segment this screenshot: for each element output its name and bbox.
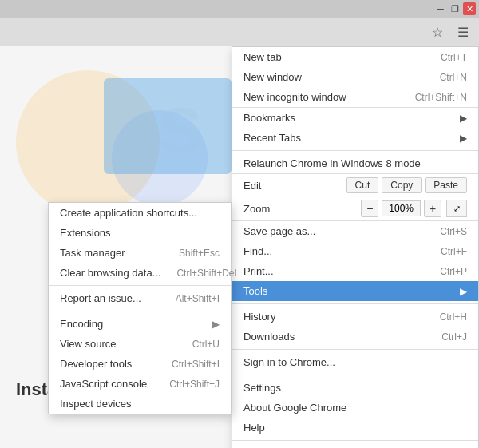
submenu-encoding[interactable]: Encoding ▶ bbox=[49, 314, 231, 334]
menu-item-exit[interactable]: Exit Ctrl+Shift+Q bbox=[232, 443, 478, 448]
menu-divider-3 bbox=[232, 349, 478, 350]
menu-item-downloads[interactable]: Downloads Ctrl+J bbox=[232, 327, 478, 347]
submenu-developer-tools[interactable]: Developer tools Ctrl+Shift+I bbox=[49, 354, 231, 374]
device-mockup bbox=[104, 78, 232, 174]
submenu-task-manager[interactable]: Task manager Shift+Esc bbox=[49, 243, 231, 263]
menu-divider-4 bbox=[232, 375, 478, 375]
arrow-icon: ▶ bbox=[460, 113, 467, 124]
arrow-icon: ▶ bbox=[460, 133, 467, 144]
menu-item-save-page[interactable]: Save page as... Ctrl+S bbox=[232, 220, 478, 241]
submenu-create-shortcuts[interactable]: Create application shortcuts... bbox=[49, 203, 231, 223]
menu-item-print[interactable]: Print... Ctrl+P bbox=[232, 261, 478, 281]
submenu-divider-2 bbox=[49, 311, 231, 311]
tools-submenu: Create application shortcuts... Extensio… bbox=[48, 202, 232, 414]
menu-item-tools[interactable]: Tools ▶ bbox=[232, 281, 478, 301]
browser-content: S Insta Share New tab Ctrl+T New window … bbox=[0, 46, 479, 448]
title-bar: ─ ❐ ✕ bbox=[0, 0, 479, 18]
menu-divider-5 bbox=[232, 440, 478, 441]
cut-button[interactable]: Cut bbox=[346, 177, 379, 193]
arrow-icon: ▶ bbox=[460, 286, 467, 297]
menu-item-help[interactable]: Help bbox=[232, 418, 478, 438]
menu-item-recent-tabs[interactable]: Recent Tabs ▶ bbox=[232, 128, 478, 148]
submenu-report-issue[interactable]: Report an issue... Alt+Shift+I bbox=[49, 288, 231, 308]
edit-row: Edit Cut Copy Paste bbox=[232, 173, 478, 196]
chrome-menu-icon[interactable]: ☰ bbox=[452, 21, 474, 43]
menu-divider bbox=[232, 150, 478, 151]
paste-button[interactable]: Paste bbox=[425, 177, 467, 193]
menu-item-history[interactable]: History Ctrl+H bbox=[232, 307, 478, 327]
main-menu: New tab Ctrl+T New window Ctrl+N New inc… bbox=[232, 46, 479, 448]
menu-divider-2 bbox=[232, 303, 478, 304]
nav-bar: ☆ ☰ bbox=[0, 18, 479, 46]
menu-item-find[interactable]: Find... Ctrl+F bbox=[232, 241, 478, 261]
zoom-in-button[interactable]: + bbox=[424, 200, 441, 217]
maximize-button[interactable]: ❐ bbox=[449, 2, 461, 15]
menu-item-new-tab[interactable]: New tab Ctrl+T bbox=[232, 47, 478, 67]
menu-item-new-window[interactable]: New window Ctrl+N bbox=[232, 67, 478, 87]
menu-item-relaunch[interactable]: Relaunch Chrome in Windows 8 mode bbox=[232, 153, 478, 173]
submenu-inspect-devices[interactable]: Inspect devices bbox=[49, 394, 231, 414]
submenu-clear-browsing[interactable]: Clear browsing data... Ctrl+Shift+Del bbox=[49, 263, 231, 283]
submenu-divider bbox=[49, 285, 231, 286]
submenu-view-source[interactable]: View source Ctrl+U bbox=[49, 334, 231, 354]
submenu-js-console[interactable]: JavaScript console Ctrl+Shift+J bbox=[49, 374, 231, 394]
close-button[interactable]: ✕ bbox=[463, 2, 476, 15]
copy-button[interactable]: Copy bbox=[382, 177, 422, 193]
zoom-out-button[interactable]: − bbox=[361, 200, 378, 217]
minimize-button[interactable]: ─ bbox=[434, 2, 447, 15]
submenu-extensions[interactable]: Extensions bbox=[49, 223, 231, 243]
menu-item-settings[interactable]: Settings bbox=[232, 378, 478, 398]
menu-item-about[interactable]: About Google Chrome bbox=[232, 398, 478, 418]
menu-item-sign-in[interactable]: Sign in to Chrome... bbox=[232, 352, 478, 372]
fullscreen-button[interactable]: ⤢ bbox=[446, 200, 467, 217]
menu-item-bookmarks[interactable]: Bookmarks ▶ bbox=[232, 107, 478, 128]
menu-item-new-incognito[interactable]: New incognito window Ctrl+Shift+N bbox=[232, 87, 478, 107]
zoom-row: Zoom − 100% + ⤢ bbox=[232, 196, 478, 220]
bookmark-star-icon[interactable]: ☆ bbox=[426, 21, 449, 43]
zoom-value: 100% bbox=[382, 200, 421, 216]
